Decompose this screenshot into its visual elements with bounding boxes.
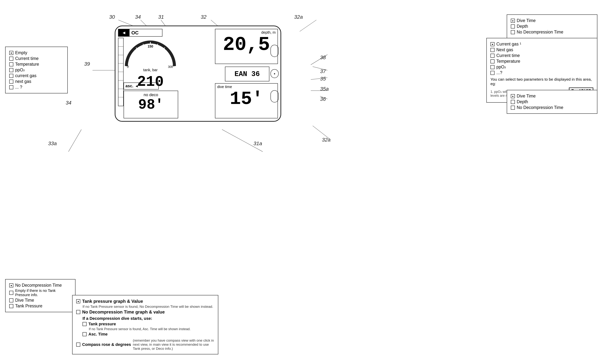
box38-item-0: Current gas ¹: [490, 42, 593, 47]
oval-btn-3[interactable]: [270, 90, 279, 103]
label-38-4: ppO₂: [496, 65, 506, 70]
svg-line-4: [300, 20, 316, 31]
checkbox-38-0[interactable]: [490, 42, 495, 46]
checkbox-34a-4[interactable]: [9, 74, 13, 78]
label-33a-2: Dive Time: [15, 298, 34, 303]
checkbox-31a-deco-0[interactable]: [82, 322, 87, 326]
box31a-deco-item-0: Tank pressure If no Tank Pressure sensor…: [76, 322, 214, 331]
box38-item-1: Next gas: [490, 47, 593, 52]
checkbox-38-4[interactable]: [490, 65, 495, 69]
checkbox-32a-top-1[interactable]: [511, 25, 515, 28]
checkbox-31a-deco-1[interactable]: [82, 332, 87, 336]
box-34a: Empty Current time Temperature ppO₂ curr…: [5, 47, 68, 93]
svg-text:150: 150: [148, 45, 153, 48]
checkbox-36-0[interactable]: [511, 94, 515, 98]
checkbox-34a-5[interactable]: [9, 79, 13, 84]
checkbox-34a-3[interactable]: [9, 68, 13, 72]
checkbox-33a-1[interactable]: [9, 291, 13, 295]
checkbox-34a-2[interactable]: [9, 62, 13, 66]
oval-btn-1[interactable]: ●: [270, 69, 279, 78]
dive-display: ◄ OC: [115, 26, 281, 122]
box31a-deco-item-1: Asc. Time: [76, 332, 214, 337]
ref-31: 31: [158, 14, 164, 20]
ref-35a: 35a: [320, 86, 329, 92]
label-38-2: Current time: [496, 53, 520, 58]
label-34a-2: Temperature: [15, 62, 39, 67]
checkbox-31a-0[interactable]: [76, 299, 80, 303]
label-32a-top-1: Depth: [517, 24, 528, 29]
box36-item-1: Depth: [511, 99, 593, 104]
checkbox-34a-6[interactable]: [9, 85, 13, 89]
ref-32a-top-label: 32a: [294, 14, 303, 20]
box32a-top-item-2: No Decompression Time: [511, 30, 593, 35]
ref-37: 37: [320, 68, 326, 74]
box-31a: Tank pressure graph & Value If no Tank P…: [72, 295, 218, 354]
box-32a-top: Dive Time Depth No Decompression Time: [507, 14, 597, 38]
label-31a-0-note: If no Tank Pressure sensor is found, No …: [76, 305, 214, 309]
tank-label: tank, bar: [124, 68, 177, 72]
nodeco-value: 98': [124, 97, 178, 113]
label-34a-5: next gas: [15, 79, 31, 84]
checkbox-31a-compass[interactable]: [76, 343, 80, 347]
checkbox-32a-top-2[interactable]: [511, 30, 515, 34]
label-33a-1: Empty if there is no Tank Pressure info.: [15, 288, 71, 297]
checkbox-34a-1[interactable]: [9, 57, 13, 61]
label-36-1: Depth: [517, 99, 528, 104]
checkbox-33a-3[interactable]: [9, 304, 13, 308]
box34a-item-2: Temperature: [9, 62, 64, 67]
checkbox-34a-0[interactable]: [9, 51, 13, 55]
ref-39: 39: [84, 61, 90, 67]
checkbox-38-5[interactable]: [490, 71, 495, 75]
label-34a-0: Empty: [15, 50, 27, 55]
ref-32a-bot: 32a: [322, 137, 330, 143]
checkbox-38-1[interactable]: [490, 48, 495, 52]
oc-label: OC: [130, 30, 139, 36]
no-deco-box: no deco 98': [124, 91, 178, 118]
box38-item-2: Current time: [490, 53, 593, 58]
ref-36: 36: [320, 96, 326, 102]
label-38-0: Current gas ¹: [496, 42, 521, 47]
ref-32-top: 32: [201, 14, 207, 20]
box38-item-5: ...?: [490, 70, 593, 75]
label-32a-top-0: Dive Time: [517, 18, 536, 23]
box36-item-2: No Decompression Time: [511, 105, 593, 110]
box32a-top-item-0: Dive Time: [511, 18, 593, 23]
oc-bar-fill: ◄: [119, 29, 130, 36]
label-38-5: ...?: [496, 70, 502, 75]
box33a-item-2: Dive Time: [9, 298, 71, 303]
label-32a-top-2: No Decompression Time: [517, 30, 563, 35]
checkbox-33a-0[interactable]: [9, 283, 13, 287]
checkbox-31a-1[interactable]: [76, 310, 80, 314]
ref-38: 38: [320, 54, 326, 61]
oval-btn-2[interactable]: [270, 45, 279, 57]
divetime-label: dive time: [215, 84, 277, 89]
box36-item-0: Dive Time: [511, 94, 593, 99]
checkbox-33a-2[interactable]: [9, 298, 13, 302]
depth-value: 20,5: [215, 35, 277, 55]
box33a-item-1: Empty if there is no Tank Pressure info.: [9, 288, 71, 297]
checkbox-38-2[interactable]: [490, 54, 495, 58]
asc-arrow-icon: ◄: [135, 84, 139, 88]
decompression-label: If a Decompression dive starts, use:: [76, 316, 214, 321]
checkbox-36-2[interactable]: [511, 106, 515, 110]
asc-label: asc.: [124, 84, 135, 88]
ref-34-bot: 34: [66, 100, 71, 106]
svg-line-15: [68, 130, 81, 152]
ref-30: 30: [109, 14, 115, 20]
checkbox-32a-top-0[interactable]: [511, 19, 515, 23]
label-36-2: No Decompression Time: [517, 105, 563, 110]
label-31a-0: Tank pressure graph & Value: [82, 299, 143, 304]
label-34a-6: ... ?: [15, 85, 22, 90]
box32a-top-item-1: Depth: [511, 24, 593, 29]
ean-box: EAN 36: [225, 66, 269, 81]
box38-item-4: ppO₂: [490, 65, 593, 70]
asc-bar: asc. ◄: [124, 82, 159, 90]
label-31a-compass: Compass rose & degrees: [82, 342, 131, 347]
box33a-item-3: Tank Pressure: [9, 303, 71, 309]
ref-35: 35: [320, 76, 326, 82]
box31a-item-0: Tank pressure graph & Value If no Tank P…: [76, 299, 214, 309]
box38-item-3: Temperature: [490, 59, 593, 64]
checkbox-38-3[interactable]: [490, 59, 495, 64]
checkbox-36-1[interactable]: [511, 100, 515, 104]
ref-31a: 31a: [253, 141, 262, 146]
